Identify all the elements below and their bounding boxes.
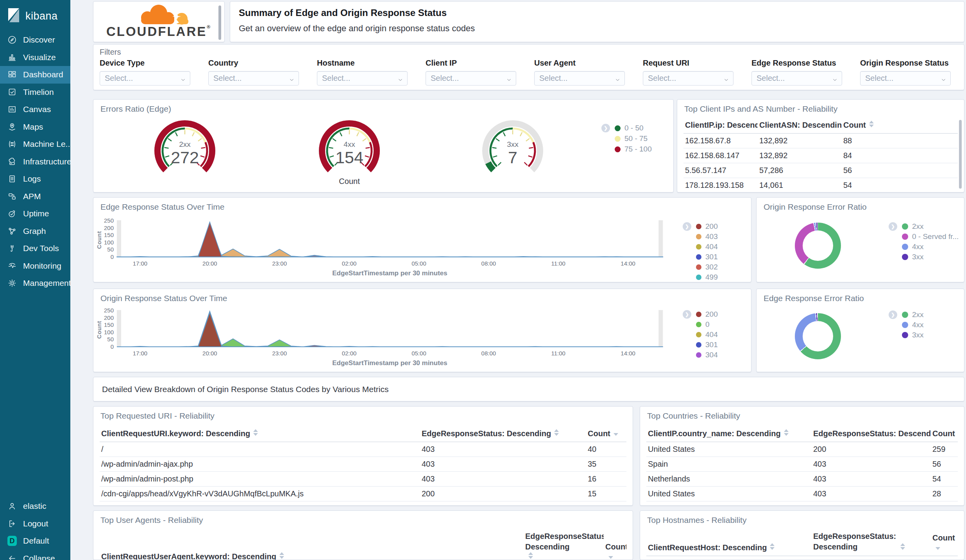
- user-icon: [7, 501, 17, 511]
- filter-label: Request URI: [643, 59, 733, 68]
- legend-expand-icon[interactable]: ❯: [683, 310, 691, 319]
- sidebar-item-logs[interactable]: Logs: [0, 170, 70, 188]
- legend-label: 2xx: [912, 222, 924, 231]
- table-cell: /wp-admin/admin-ajax.php: [100, 457, 420, 472]
- legend-item-404[interactable]: 404: [696, 243, 718, 251]
- filter-select-country[interactable]: Select...: [208, 71, 299, 86]
- sidebar-item-discover[interactable]: Discover: [0, 31, 70, 49]
- sidebar-item-label: Logs: [23, 174, 41, 184]
- table-cell: /: [100, 442, 420, 457]
- legend-item-0-50[interactable]: 0 - 50: [615, 124, 644, 132]
- column-header-clientrequesturi-keyword-descending[interactable]: ClientRequestURI.keyword: Descending: [100, 427, 420, 442]
- top-user-agents-panel: Top User Agents - Reliability ClientRequ…: [93, 510, 633, 560]
- filter-select-placeholder: Select...: [105, 74, 133, 83]
- legend-item-2xx[interactable]: 2xx: [902, 222, 924, 231]
- data-table: ClientRequestURI.keyword: DescendingEdge…: [100, 427, 626, 501]
- legend-expand-icon[interactable]: ❯: [601, 124, 610, 132]
- legend-expand-icon[interactable]: ❯: [889, 222, 897, 231]
- legend-label: 499: [705, 273, 718, 282]
- column-header-edgeresponsestatus-descending[interactable]: EdgeResponseStatus: Descending: [812, 529, 931, 556]
- table-row: Spain40356: [646, 457, 958, 472]
- brand-panel-scrollbar[interactable]: [218, 5, 221, 40]
- legend-item-2xx[interactable]: 2xx: [902, 310, 924, 319]
- legend-color-dot: [615, 136, 621, 142]
- legend-item-301[interactable]: 301: [696, 253, 718, 261]
- y-axis-label: Count: [96, 314, 102, 346]
- legend-expand-icon[interactable]: ❯: [889, 310, 897, 319]
- sidebar-item-uptime[interactable]: Uptime: [0, 205, 70, 223]
- filter-select-edge-response-status[interactable]: Select...: [751, 71, 842, 86]
- sidebar-item-dev-tools[interactable]: Dev Tools: [0, 240, 70, 257]
- legend-item-403[interactable]: 403: [696, 232, 718, 241]
- sidebar-item-apm[interactable]: APM: [0, 188, 70, 205]
- sidebar-item-monitoring[interactable]: Monitoring: [0, 257, 70, 275]
- legend-item-50-75[interactable]: 50 - 75: [615, 134, 648, 143]
- table-cell: 162.158.67.8: [683, 134, 758, 148]
- table-cell: 259: [931, 442, 958, 457]
- column-header-count[interactable]: Count: [604, 529, 626, 560]
- legend-item-0-served-fr-[interactable]: 0 - Served fr...: [902, 232, 959, 241]
- table-cell: 84: [842, 148, 958, 163]
- legend-item-404[interactable]: 404: [696, 330, 718, 339]
- sidebar-item-canvas[interactable]: Canvas: [0, 101, 70, 118]
- sidebar-item-timelion[interactable]: Timelion: [0, 84, 70, 101]
- sidebar-item-label: Machine Le...: [23, 139, 72, 149]
- column-header-clientip-country-name-descending[interactable]: ClientIP.country_name: Descending: [646, 427, 812, 442]
- filter-field-country: CountrySelect...: [208, 59, 299, 86]
- sidebar-item-management[interactable]: Management: [0, 275, 70, 292]
- logs-icon: [7, 174, 17, 184]
- sidebar-footer-item-default[interactable]: DDefault: [0, 532, 70, 550]
- legend-label: 304: [705, 351, 718, 359]
- infrastructure-icon: [7, 157, 17, 166]
- gauge-2xx: 2xx272: [146, 119, 224, 178]
- column-header-edgeresponsestatus-descending[interactable]: EdgeResponseStatus: Descending: [812, 427, 931, 442]
- legend-item-200[interactable]: 200: [696, 222, 718, 231]
- sidebar-footer-item-elastic[interactable]: elastic: [0, 498, 70, 515]
- kibana-logo[interactable]: kibana: [0, 0, 70, 31]
- client-ips-scrollbar[interactable]: [959, 120, 962, 189]
- column-header-clientasn-descending[interactable]: ClientASN: Descending: [758, 118, 842, 134]
- legend-item-302[interactable]: 302: [696, 263, 718, 271]
- column-header-count[interactable]: Count: [842, 118, 958, 134]
- sidebar-item-dashboard[interactable]: Dashboard: [0, 66, 70, 84]
- legend-item-200[interactable]: 200: [696, 310, 718, 319]
- legend-expand-icon[interactable]: ❯: [683, 222, 691, 231]
- sidebar-item-infrastructure[interactable]: Infrastructure: [0, 153, 70, 171]
- default-space-badge: D: [7, 536, 17, 546]
- legend-color-dot: [696, 312, 701, 317]
- legend-item-304[interactable]: 304: [696, 351, 718, 359]
- sidebar-item-graph[interactable]: Graph: [0, 223, 70, 240]
- gauge-3xx: 3xx7: [474, 119, 552, 178]
- filter-select-hostname[interactable]: Select...: [317, 71, 408, 86]
- filter-select-placeholder: Select...: [757, 74, 785, 83]
- column-header-count[interactable]: Count: [931, 529, 958, 556]
- column-header-clientrequestuseragent-keyword-descending[interactable]: ClientRequestUserAgent.keyword: Descendi…: [100, 529, 524, 560]
- legend-item-3xx[interactable]: 3xx: [902, 331, 924, 339]
- sidebar-item-visualize[interactable]: Visualize: [0, 49, 70, 66]
- legend-item-301[interactable]: 301: [696, 341, 718, 349]
- legend-item-0[interactable]: 0: [696, 320, 710, 329]
- filter-select-user-agent[interactable]: Select...: [534, 71, 625, 86]
- legend-label: 3xx: [912, 253, 924, 261]
- column-header-clientrequesthost-descending[interactable]: ClientRequestHost: Descending: [646, 529, 812, 556]
- data-table: ClientRequestUserAgent.keyword: Descendi…: [100, 529, 626, 560]
- column-header-edgeresponsestatus-descending[interactable]: EdgeResponseStatus: Descending: [420, 427, 586, 442]
- panel-title: Top Client IPs and AS Number - Reliabili…: [684, 104, 837, 114]
- column-header-count[interactable]: Count: [586, 427, 626, 442]
- sidebar-item-machine-le[interactable]: Machine Le...: [0, 136, 70, 153]
- legend-item-4xx[interactable]: 4xx: [902, 243, 924, 251]
- column-header-clientip-ip-descending[interactable]: ClientIP.ip: Descending: [683, 118, 758, 134]
- filter-select-origin-response-status[interactable]: Select...: [860, 71, 951, 86]
- sidebar-item-maps[interactable]: Maps: [0, 118, 70, 136]
- column-header-edgeresponsestatus-descending[interactable]: EdgeResponseStatus: Descending: [524, 529, 604, 560]
- filter-select-device-type[interactable]: Select...: [100, 71, 190, 86]
- legend-item-4xx[interactable]: 4xx: [902, 321, 924, 329]
- sidebar-footer-item-logout[interactable]: Logout: [0, 515, 70, 533]
- filter-select-request-uri[interactable]: Select...: [643, 71, 733, 86]
- filter-select-client-ip[interactable]: Select...: [426, 71, 516, 86]
- column-header-count[interactable]: Count: [931, 427, 958, 442]
- legend-item-75-100[interactable]: 75 - 100: [615, 145, 652, 153]
- sidebar-footer-item-collapse[interactable]: Collapse: [0, 550, 70, 560]
- legend-item-3xx[interactable]: 3xx: [902, 253, 924, 261]
- legend-item-499[interactable]: 499: [696, 273, 718, 282]
